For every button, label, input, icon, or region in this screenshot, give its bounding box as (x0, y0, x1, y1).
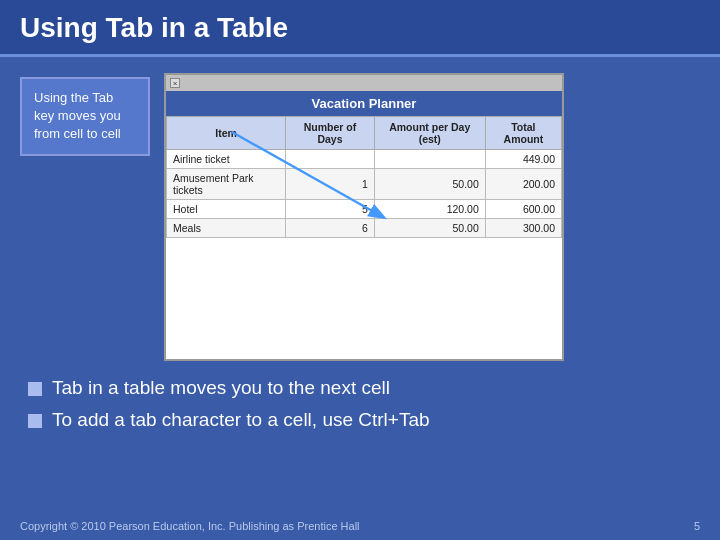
close-btn: × (170, 78, 180, 88)
window-chrome: × (166, 75, 562, 91)
cell-days: 5 (286, 200, 375, 219)
cell-amount: 50.00 (374, 169, 485, 200)
cell-days: 1 (286, 169, 375, 200)
bullet-icon-2 (28, 414, 42, 428)
cell-total: 200.00 (485, 169, 561, 200)
table-row: Meals 6 50.00 300.00 (167, 219, 562, 238)
cell-days: 6 (286, 219, 375, 238)
footer: Copyright © 2010 Pearson Education, Inc.… (0, 520, 720, 532)
footer-copyright: Copyright © 2010 Pearson Education, Inc.… (20, 520, 360, 532)
page-title: Using Tab in a Table (20, 12, 700, 44)
table-row: Amusement Park tickets 1 50.00 200.00 (167, 169, 562, 200)
table-row: Airline ticket 449.00 (167, 150, 562, 169)
bullet-text-2: To add a tab character to a cell, use Ct… (52, 409, 430, 431)
cell-total: 449.00 (485, 150, 561, 169)
cell-item: Amusement Park tickets (167, 169, 286, 200)
bullet-icon-1 (28, 382, 42, 396)
bullets-section: Tab in a table moves you to the next cel… (0, 377, 720, 451)
main-content: Using the Tab key moves you from cell to… (0, 57, 720, 377)
vacation-title: Vacation Planner (166, 91, 562, 116)
table-row: Hotel 5 120.00 600.00 (167, 200, 562, 219)
bullet-item-1: Tab in a table moves you to the next cel… (28, 377, 700, 399)
col-item: Item (167, 117, 286, 150)
cell-total: 300.00 (485, 219, 561, 238)
col-days: Number of Days (286, 117, 375, 150)
cell-item: Airline ticket (167, 150, 286, 169)
table-header-row: Item Number of Days Amount per Day (est)… (167, 117, 562, 150)
title-bar: Using Tab in a Table (0, 0, 720, 57)
cell-amount: 120.00 (374, 200, 485, 219)
cell-item: Hotel (167, 200, 286, 219)
caption-text: Using the Tab key moves you from cell to… (34, 90, 121, 141)
table-screenshot: × Vacation Planner Item Number of Days A… (164, 73, 564, 361)
cell-days (286, 150, 375, 169)
vacation-table: Item Number of Days Amount per Day (est)… (166, 116, 562, 238)
caption-box: Using the Tab key moves you from cell to… (20, 77, 150, 156)
cell-amount: 50.00 (374, 219, 485, 238)
cell-item: Meals (167, 219, 286, 238)
col-amount: Amount per Day (est) (374, 117, 485, 150)
cell-total: 600.00 (485, 200, 561, 219)
bullet-text-1: Tab in a table moves you to the next cel… (52, 377, 390, 399)
bullet-item-2: To add a tab character to a cell, use Ct… (28, 409, 700, 431)
cell-amount (374, 150, 485, 169)
col-total: Total Amount (485, 117, 561, 150)
footer-page: 5 (694, 520, 700, 532)
